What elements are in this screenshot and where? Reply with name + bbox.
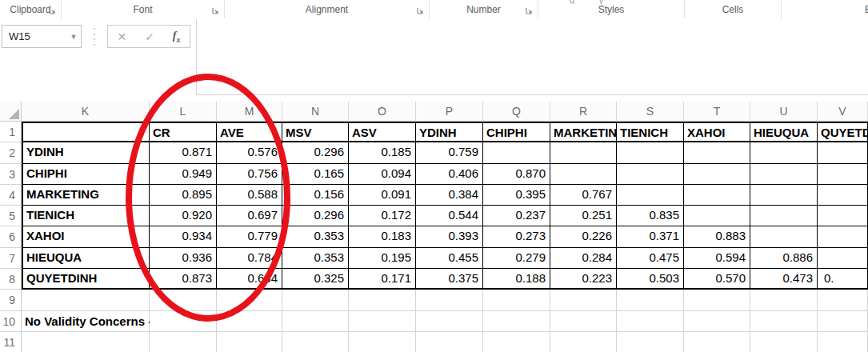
- cell-P10[interactable]: [416, 311, 483, 332]
- cell-O3[interactable]: 0.094: [349, 164, 416, 185]
- cell-P5[interactable]: 0.544: [416, 206, 483, 226]
- cell-V5[interactable]: [818, 206, 868, 226]
- cell-S8[interactable]: 0.503: [617, 269, 684, 290]
- cell-N10[interactable]: [282, 311, 349, 332]
- cancel-icon[interactable]: ✕: [117, 30, 126, 43]
- cell-M8[interactable]: 0.634: [217, 269, 282, 290]
- cell-N7[interactable]: 0.353: [282, 248, 349, 269]
- cell-T9[interactable]: [684, 290, 750, 310]
- cell-R9[interactable]: [550, 290, 617, 310]
- cell-U5[interactable]: [750, 206, 818, 226]
- dialog-launcher-icon[interactable]: [49, 7, 57, 15]
- formula-bar-drag-handle[interactable]: [91, 28, 98, 46]
- cell-R1[interactable]: MARKETING: [550, 122, 617, 142]
- cell-S2[interactable]: [617, 142, 684, 163]
- cell-P6[interactable]: 0.393: [416, 226, 483, 247]
- cell-V6[interactable]: [818, 226, 868, 247]
- cell-S5[interactable]: 0.835: [617, 206, 684, 226]
- cell-U7[interactable]: 0.886: [750, 248, 818, 269]
- cell-P4[interactable]: 0.384: [416, 185, 483, 206]
- row-header-7[interactable]: 7: [0, 248, 22, 269]
- cell-T4[interactable]: [684, 185, 750, 206]
- cell-K8[interactable]: QUYETDINH: [22, 269, 150, 290]
- cell-N6[interactable]: 0.353: [282, 226, 349, 247]
- cell-N3[interactable]: 0.165: [282, 164, 349, 185]
- cell-V8[interactable]: 0.: [818, 269, 868, 290]
- cell-S11[interactable]: [617, 332, 684, 352]
- cell-T5[interactable]: [684, 206, 750, 226]
- cell-T8[interactable]: 0.570: [684, 269, 750, 290]
- column-header-o[interactable]: O: [349, 102, 416, 122]
- cell-Q4[interactable]: 0.395: [483, 185, 550, 206]
- row-header-9[interactable]: 9: [0, 290, 22, 310]
- row-header-5[interactable]: 5: [0, 206, 22, 226]
- cell-P7[interactable]: 0.455: [416, 248, 483, 269]
- cell-K1[interactable]: [22, 122, 150, 142]
- cell-S9[interactable]: [617, 290, 684, 310]
- cell-L10[interactable]: [150, 311, 217, 332]
- cell-V10[interactable]: [818, 311, 868, 332]
- cell-R11[interactable]: [550, 332, 617, 352]
- cell-U3[interactable]: [750, 164, 818, 185]
- insert-function-icon[interactable]: fx: [173, 30, 181, 44]
- cell-O9[interactable]: [349, 290, 416, 310]
- cell-M4[interactable]: 0.588: [217, 185, 282, 206]
- cell-V2[interactable]: [818, 142, 868, 163]
- cell-O4[interactable]: 0.091: [349, 185, 416, 206]
- cell-K6[interactable]: XAHOI: [22, 226, 150, 247]
- cell-M10[interactable]: [217, 311, 282, 332]
- cell-U2[interactable]: [750, 142, 818, 163]
- cell-V3[interactable]: [818, 164, 868, 185]
- cell-N4[interactable]: 0.156: [282, 185, 349, 206]
- cell-V11[interactable]: [818, 332, 868, 352]
- cell-R3[interactable]: [550, 164, 617, 185]
- cell-R2[interactable]: [550, 142, 617, 163]
- row-header-2[interactable]: 2: [0, 142, 22, 163]
- cell-K4[interactable]: MARKETING: [22, 185, 150, 206]
- column-header-v[interactable]: V: [818, 102, 868, 122]
- cell-V7[interactable]: [818, 248, 868, 269]
- cell-T6[interactable]: 0.883: [684, 226, 750, 247]
- cell-M9[interactable]: [217, 290, 282, 310]
- cell-Q9[interactable]: [483, 290, 550, 310]
- column-header-m[interactable]: M: [217, 102, 282, 122]
- cell-U8[interactable]: 0.473: [750, 269, 818, 290]
- column-header-k[interactable]: K: [22, 102, 150, 122]
- cell-U1[interactable]: HIEUQUA: [750, 122, 818, 142]
- cell-N1[interactable]: MSV: [282, 122, 349, 142]
- cell-M2[interactable]: 0.576: [217, 142, 282, 163]
- name-box-dropdown-icon[interactable]: ▼: [66, 33, 81, 41]
- cell-L1[interactable]: CR: [150, 122, 217, 142]
- row-header-10[interactable]: 10: [0, 311, 22, 332]
- cell-O7[interactable]: 0.195: [349, 248, 416, 269]
- cell-L7[interactable]: 0.936: [150, 248, 217, 269]
- cell-L3[interactable]: 0.949: [150, 164, 217, 185]
- cell-P11[interactable]: [416, 332, 483, 352]
- row-header-11[interactable]: 11: [0, 332, 22, 352]
- cell-P8[interactable]: 0.375: [416, 269, 483, 290]
- cell-K3[interactable]: CHIPHI: [22, 164, 150, 185]
- cell-T1[interactable]: XAHOI: [684, 122, 750, 142]
- column-header-q[interactable]: Q: [483, 102, 550, 122]
- cell-O10[interactable]: [349, 311, 416, 332]
- cell-L8[interactable]: 0.873: [150, 269, 217, 290]
- name-box[interactable]: W15 ▼: [2, 25, 82, 48]
- select-all-button[interactable]: [0, 102, 22, 122]
- column-header-l[interactable]: L: [150, 102, 217, 122]
- cell-T2[interactable]: [684, 142, 750, 163]
- cell-M6[interactable]: 0.779: [217, 226, 282, 247]
- column-header-p[interactable]: P: [416, 102, 483, 122]
- row-header-1[interactable]: 1: [0, 122, 22, 142]
- cell-M5[interactable]: 0.697: [217, 206, 282, 226]
- cell-N11[interactable]: [282, 332, 349, 352]
- dialog-launcher-icon[interactable]: [526, 7, 534, 15]
- cell-K2[interactable]: YDINH: [22, 142, 150, 163]
- column-header-s[interactable]: S: [617, 102, 684, 122]
- cell-M1[interactable]: AVE: [217, 122, 282, 142]
- row-header-3[interactable]: 3: [0, 164, 22, 185]
- cell-L2[interactable]: 0.871: [150, 142, 217, 163]
- cell-Q8[interactable]: 0.188: [483, 269, 550, 290]
- cell-L6[interactable]: 0.934: [150, 226, 217, 247]
- cell-R7[interactable]: 0.284: [550, 248, 617, 269]
- cell-V1[interactable]: QUYETDINH: [818, 122, 868, 142]
